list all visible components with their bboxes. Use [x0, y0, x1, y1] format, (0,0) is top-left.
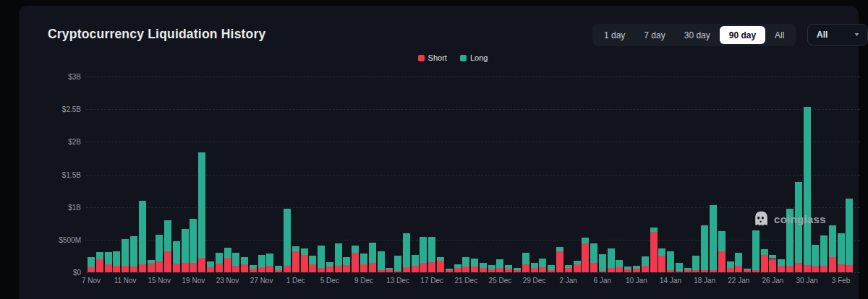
bar-long-10-Dec[interactable]	[369, 243, 376, 263]
bar-long-8-Dec[interactable]	[352, 246, 359, 253]
bar-short-21-Dec[interactable]	[462, 266, 469, 272]
bar-long-1-Dec[interactable]	[292, 246, 299, 251]
legend-item-short[interactable]: Short	[418, 53, 447, 62]
bar-short-22-Nov[interactable]	[216, 264, 223, 272]
bar-long-15-Jan[interactable]	[676, 263, 683, 271]
bar-long-14-Nov[interactable]	[148, 260, 155, 264]
bar-long-7-Nov[interactable]	[88, 257, 95, 267]
bar-long-21-Jan[interactable]	[727, 261, 734, 268]
bar-short-21-Jan[interactable]	[727, 268, 734, 272]
bar-long-17-Jan[interactable]	[692, 256, 699, 270]
bar-long-30-Jan[interactable]	[804, 107, 811, 266]
bar-short-28-Jan[interactable]	[786, 266, 793, 272]
bar-short-27-Nov[interactable]	[258, 267, 265, 272]
bar-short-13-Jan[interactable]	[658, 256, 665, 272]
bar-short-18-Nov[interactable]	[182, 263, 189, 272]
bar-long-24-Jan[interactable]	[752, 230, 760, 270]
bar-short-6-Jan[interactable]	[599, 271, 606, 272]
bar-long-14-Dec[interactable]	[403, 233, 410, 267]
bar-long-31-Jan[interactable]	[812, 245, 819, 266]
bar-long-7-Jan[interactable]	[608, 248, 615, 268]
bar-long-16-Nov[interactable]	[164, 220, 171, 251]
bar-short-4-Jan[interactable]	[582, 243, 589, 272]
bar-long-28-Dec[interactable]	[522, 253, 529, 264]
bar-short-13-Nov[interactable]	[139, 264, 146, 272]
bar-long-10-Jan[interactable]	[633, 266, 640, 269]
bar-long-27-Nov[interactable]	[258, 255, 265, 267]
bar-short-11-Jan[interactable]	[642, 266, 649, 272]
bar-short-18-Jan[interactable]	[701, 270, 708, 272]
bar-short-26-Dec[interactable]	[505, 269, 512, 272]
bar-long-22-Nov[interactable]	[216, 253, 223, 264]
bar-long-18-Jan[interactable]	[701, 225, 708, 271]
bar-short-20-Nov[interactable]	[198, 258, 205, 272]
bar-short-22-Dec[interactable]	[471, 266, 478, 272]
bar-long-26-Dec[interactable]	[505, 265, 512, 269]
bar-long-15-Dec[interactable]	[412, 255, 419, 266]
bar-long-8-Jan[interactable]	[616, 260, 623, 267]
bar-long-27-Dec[interactable]	[514, 268, 521, 270]
bar-short-27-Dec[interactable]	[514, 270, 521, 272]
bar-short-10-Jan[interactable]	[633, 269, 640, 272]
bar-short-25-Dec[interactable]	[496, 268, 503, 272]
bar-long-18-Dec[interactable]	[437, 257, 444, 261]
bar-short-14-Nov[interactable]	[148, 264, 155, 272]
bar-long-18-Nov[interactable]	[182, 229, 189, 263]
bar-long-13-Dec[interactable]	[394, 256, 401, 271]
bar-short-19-Dec[interactable]	[446, 270, 453, 272]
bar-short-22-Jan[interactable]	[735, 266, 742, 272]
bar-short-9-Nov[interactable]	[105, 264, 112, 272]
bar-short-8-Dec[interactable]	[352, 253, 359, 272]
bar-long-26-Nov[interactable]	[250, 265, 257, 269]
bar-short-7-Jan[interactable]	[608, 268, 615, 272]
bar-short-20-Dec[interactable]	[454, 268, 461, 272]
bar-short-10-Nov[interactable]	[113, 266, 120, 272]
bar-short-12-Jan[interactable]	[650, 232, 658, 273]
bar-short-1-Dec[interactable]	[292, 251, 299, 272]
bar-short-25-Jan[interactable]	[761, 255, 768, 272]
bar-long-5-Dec[interactable]	[326, 262, 333, 266]
bar-short-11-Nov[interactable]	[122, 266, 129, 272]
bar-short-28-Dec[interactable]	[522, 264, 529, 272]
bar-long-16-Jan[interactable]	[684, 268, 692, 270]
bar-short-8-Jan[interactable]	[616, 267, 623, 272]
bar-long-25-Dec[interactable]	[496, 259, 503, 268]
bar-long-23-Dec[interactable]	[480, 263, 487, 268]
bar-short-30-Nov[interactable]	[284, 266, 291, 272]
bar-long-19-Jan[interactable]	[710, 205, 717, 271]
bar-short-25-Nov[interactable]	[241, 264, 248, 272]
bar-short-16-Dec[interactable]	[420, 263, 427, 272]
bar-long-4-Feb[interactable]	[846, 199, 853, 265]
bar-long-3-Jan[interactable]	[574, 261, 581, 264]
range-button-30day[interactable]: 30 day	[675, 26, 720, 44]
bar-long-4-Dec[interactable]	[318, 246, 325, 269]
bar-short-5-Dec[interactable]	[326, 266, 333, 272]
bar-short-2-Dec[interactable]	[301, 255, 308, 272]
bar-short-17-Jan[interactable]	[692, 270, 699, 272]
bar-short-26-Jan[interactable]	[769, 259, 776, 273]
bar-short-17-Dec[interactable]	[428, 262, 435, 272]
range-button-90day[interactable]: 90 day	[720, 26, 765, 44]
bar-short-12-Dec[interactable]	[386, 269, 393, 272]
bar-long-25-Nov[interactable]	[241, 257, 248, 264]
bar-long-20-Jan[interactable]	[718, 231, 726, 251]
bar-long-26-Jan[interactable]	[769, 255, 776, 259]
bar-short-23-Nov[interactable]	[224, 258, 231, 272]
bar-short-9-Jan[interactable]	[624, 269, 631, 272]
bar-short-17-Nov[interactable]	[173, 264, 180, 272]
bar-short-5-Jan[interactable]	[590, 263, 597, 272]
bar-long-23-Jan[interactable]	[744, 269, 751, 270]
bar-short-9-Dec[interactable]	[360, 264, 367, 272]
bar-long-9-Jan[interactable]	[624, 266, 631, 269]
bar-long-17-Nov[interactable]	[173, 241, 180, 264]
bar-long-27-Jan[interactable]	[778, 259, 785, 266]
bar-short-16-Nov[interactable]	[164, 251, 171, 272]
bar-long-30-Dec[interactable]	[539, 259, 546, 267]
bar-short-20-Jan[interactable]	[718, 251, 726, 272]
bar-short-1-Feb[interactable]	[820, 266, 827, 272]
bar-short-29-Jan[interactable]	[795, 263, 802, 272]
bar-long-11-Jan[interactable]	[642, 256, 649, 266]
bar-long-24-Nov[interactable]	[232, 253, 239, 266]
bar-short-31-Dec[interactable]	[548, 270, 555, 272]
bar-long-21-Nov[interactable]	[207, 261, 214, 267]
